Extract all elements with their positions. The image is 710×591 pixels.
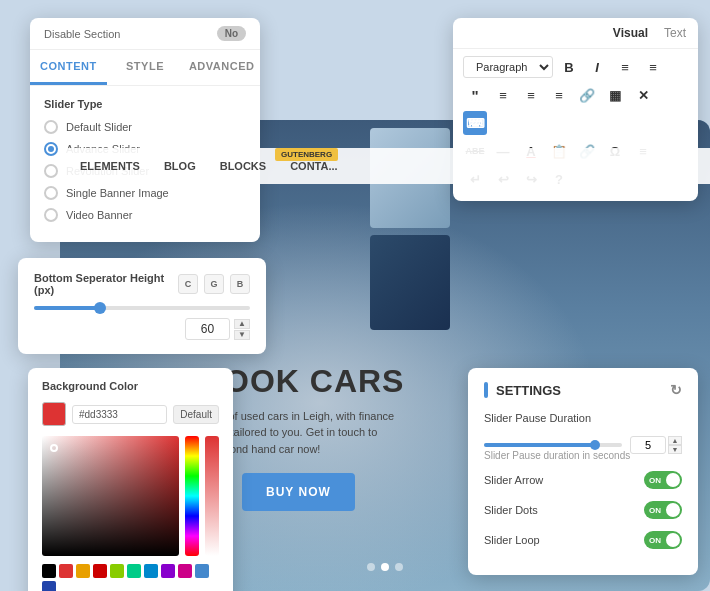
preset-orange[interactable] [76, 564, 90, 578]
pause-step-down[interactable]: ▼ [668, 445, 682, 454]
preset-teal[interactable] [127, 564, 141, 578]
preset-steelblue[interactable] [195, 564, 209, 578]
pause-value-box: 5 ▲ ▼ [630, 436, 682, 454]
buy-now-button[interactable]: BUY NOW [242, 473, 355, 511]
preset-navy[interactable] [42, 581, 56, 591]
separator-value[interactable]: 60 [185, 318, 230, 340]
separator-value-row: 60 ▲ ▼ [34, 318, 250, 340]
align-right-button[interactable]: ≡ [547, 83, 571, 107]
color-hue-bar[interactable] [185, 436, 199, 556]
option-single-label: Single Banner Image [66, 187, 169, 199]
pause-duration-row: Slider Pause Duration [484, 412, 682, 424]
color-cursor [50, 444, 58, 452]
loop-toggle[interactable]: ON [644, 531, 682, 549]
sep-ctrl-c[interactable]: C [178, 274, 198, 294]
toolbar-row-2: " ≡ ≡ ≡ 🔗 ▦ ✕ [463, 83, 688, 107]
radio-video[interactable] [44, 208, 58, 222]
preset-pink[interactable] [178, 564, 192, 578]
editor-tabs-row: Visual Text [453, 18, 698, 49]
settings-title-bar: SETTINGS [484, 382, 561, 398]
italic-button[interactable]: I [585, 55, 609, 79]
bold-button[interactable]: B [557, 55, 581, 79]
preset-purple[interactable] [161, 564, 175, 578]
disable-toggle[interactable]: No [217, 26, 246, 41]
separator-slider-fill [34, 306, 99, 310]
sep-step-up[interactable]: ▲ [234, 319, 250, 329]
preset-darkred[interactable] [93, 564, 107, 578]
color-alpha-bar[interactable] [205, 436, 219, 556]
radio-dot [48, 146, 54, 152]
option-single[interactable]: Single Banner Image [44, 186, 246, 200]
slider-type-label: Slider Type [44, 98, 246, 110]
radio-advance[interactable] [44, 142, 58, 156]
ordered-list-button[interactable]: ≡ [613, 55, 637, 79]
editor-tab-visual[interactable]: Visual [613, 26, 648, 40]
tab-content[interactable]: CONTENT [30, 50, 107, 85]
keyboard-button[interactable]: ⌨ [463, 111, 487, 135]
preset-blue[interactable] [144, 564, 158, 578]
separator-slider-thumb[interactable] [94, 302, 106, 314]
dot-1[interactable] [367, 563, 375, 571]
arrow-toggle-switch[interactable]: ON [644, 471, 682, 489]
unordered-list-button[interactable]: ≡ [641, 55, 665, 79]
sep-step-down[interactable]: ▼ [234, 330, 250, 340]
sep-ctrl-g[interactable]: G [204, 274, 224, 294]
sep-ctrl-b[interactable]: B [230, 274, 250, 294]
link-button[interactable]: 🔗 [575, 83, 599, 107]
preset-red[interactable] [59, 564, 73, 578]
color-panel-title: Background Color [42, 380, 219, 392]
pause-value[interactable]: 5 [630, 436, 666, 454]
option-default[interactable]: Default Slider [44, 120, 246, 134]
dot-2[interactable] [381, 563, 389, 571]
paragraph-select[interactable]: Paragraph [463, 56, 553, 78]
dots-row: Slider Dots ON [484, 501, 682, 519]
tab-style[interactable]: STYLE [107, 50, 184, 85]
option-video[interactable]: Video Banner [44, 208, 246, 222]
preset-black[interactable] [42, 564, 56, 578]
nav-blog[interactable]: BLOG [164, 160, 196, 172]
dots-toggle-label: ON [649, 506, 661, 515]
arrow-toggle[interactable]: ON [644, 471, 682, 489]
settings-panel: SETTINGS ↻ Slider Pause Duration 5 ▲ ▼ S… [468, 368, 698, 575]
dot-3[interactable] [395, 563, 403, 571]
editor-tab-text[interactable]: Text [664, 26, 686, 40]
separator-title: Bottom Seperator Height (px) C G B [34, 272, 250, 296]
disable-section-label: Disable Section [44, 28, 120, 40]
color-default-button[interactable]: Default [173, 405, 219, 424]
dots-toggle[interactable]: ON [644, 501, 682, 519]
pause-slider-thumb[interactable] [590, 440, 600, 450]
nav-blocks[interactable]: BLOCKS [220, 160, 266, 172]
separator-label: Bottom Seperator Height (px) [34, 272, 178, 296]
pause-slider-track[interactable] [484, 443, 622, 447]
refresh-icon[interactable]: ↻ [670, 382, 682, 398]
disable-section-bar: Disable Section No [30, 18, 260, 50]
content-panel: Disable Section No CONTENT STYLE ADVANCE… [30, 18, 260, 242]
settings-accent [484, 382, 488, 398]
color-presets-row [42, 564, 219, 591]
separator-slider-track[interactable] [34, 306, 250, 310]
pause-stepper: ▲ ▼ [668, 436, 682, 454]
loop-toggle-label: ON [649, 536, 661, 545]
option-video-label: Video Banner [66, 209, 132, 221]
remove-format-button[interactable]: ✕ [631, 83, 655, 107]
color-swatch[interactable] [42, 402, 66, 426]
nav-bar: ELEMENTS BLOG BLOCKS CONTA... [60, 148, 710, 184]
nav-conta[interactable]: CONTA... [290, 160, 337, 172]
align-center-button[interactable]: ≡ [519, 83, 543, 107]
table-button[interactable]: ▦ [603, 83, 627, 107]
color-hex-input[interactable]: #dd3333 [72, 405, 167, 424]
blockquote-button[interactable]: " [463, 83, 487, 107]
color-gradient[interactable] [42, 436, 179, 556]
preset-lime[interactable] [110, 564, 124, 578]
loop-toggle-switch[interactable]: ON [644, 531, 682, 549]
pause-step-up[interactable]: ▲ [668, 436, 682, 445]
nav-elements[interactable]: ELEMENTS [80, 160, 140, 172]
radio-single[interactable] [44, 186, 58, 200]
tab-advanced[interactable]: ADVANCED [183, 50, 260, 85]
radio-default[interactable] [44, 120, 58, 134]
dots-toggle-switch[interactable]: ON [644, 501, 682, 519]
arrow-label: Slider Arrow [484, 474, 543, 486]
align-left-button[interactable]: ≡ [491, 83, 515, 107]
arrow-toggle-label: ON [649, 476, 661, 485]
radio-revolution[interactable] [44, 164, 58, 178]
